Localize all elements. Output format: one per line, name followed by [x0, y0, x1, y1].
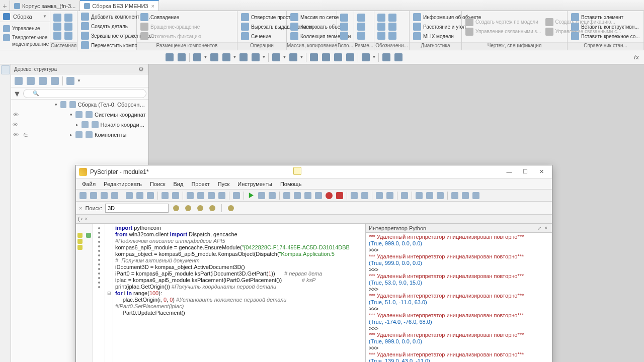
dim-icon[interactable]: [357, 32, 365, 40]
run-button[interactable]: [246, 191, 256, 201]
paste-button[interactable]: [145, 191, 155, 201]
menu-Поиск[interactable]: Поиск: [147, 180, 168, 188]
copy-button[interactable]: [135, 191, 145, 201]
step-button[interactable]: [303, 191, 313, 201]
breakpoint-gutter[interactable]: [93, 224, 105, 362]
aux-icon[interactable]: [340, 32, 348, 40]
find-button[interactable]: [196, 191, 206, 201]
aux-icon[interactable]: [340, 14, 348, 22]
pin-icon[interactable]: ⤢: [536, 225, 543, 231]
redo-button[interactable]: [171, 191, 181, 201]
close-icon[interactable]: ×: [543, 225, 549, 231]
tb-button[interactable]: [209, 52, 220, 63]
debug-button[interactable]: [257, 191, 267, 201]
comment-button[interactable]: [399, 191, 410, 201]
doc-tab-1[interactable]: Сборка БЕЗ ИМЕНИ3 ×: [80, 0, 159, 11]
code-editor[interactable]: import pythoncomfrom win32com.client imp…: [113, 224, 365, 362]
tree-tool[interactable]: [49, 75, 60, 86]
find-button[interactable]: [185, 191, 195, 201]
sys-icon[interactable]: [64, 14, 72, 22]
open-icon[interactable]: [53, 23, 61, 31]
close-tab-icon[interactable]: ×: [85, 216, 88, 222]
open-file-button[interactable]: [89, 191, 99, 201]
menu-Редактировать[interactable]: Редактировать: [101, 180, 145, 188]
tb-button[interactable]: [345, 52, 356, 63]
step-button[interactable]: [267, 191, 277, 201]
new-icon[interactable]: [53, 14, 61, 22]
layout-button[interactable]: [471, 191, 481, 201]
tree-tool[interactable]: [37, 75, 48, 86]
coincidence-button[interactable]: Совпадение: [139, 13, 203, 22]
layout-button[interactable]: [460, 191, 470, 201]
manage-linked-button[interactable]: Управление связанными з...: [464, 27, 543, 36]
close-button[interactable]: ✕: [534, 167, 549, 177]
find-prev-button[interactable]: [184, 204, 193, 213]
close-search-icon[interactable]: ×: [79, 205, 82, 211]
tb-button[interactable]: [333, 52, 344, 63]
highlight-button[interactable]: [196, 204, 205, 213]
tb-button[interactable]: [176, 52, 187, 63]
find-button[interactable]: [217, 191, 227, 201]
save-file-button[interactable]: [99, 191, 109, 201]
step-button[interactable]: [282, 191, 292, 201]
dedent-button[interactable]: [385, 191, 395, 201]
doc-tab-0[interactable]: Корпус замка_(fn-3...: [10, 0, 80, 11]
find-button[interactable]: [206, 191, 216, 201]
aux-icon[interactable]: [340, 23, 348, 31]
dim-icon[interactable]: [357, 14, 365, 22]
filter-icon[interactable]: ▼: [13, 89, 21, 98]
step-button[interactable]: [292, 191, 302, 201]
tb-button[interactable]: [320, 52, 332, 63]
filter-button[interactable]: [360, 52, 371, 63]
find-next-button[interactable]: [172, 204, 181, 213]
tree-tool[interactable]: [13, 75, 24, 86]
tree-tool[interactable]: [25, 75, 36, 86]
layout-button[interactable]: [450, 191, 460, 201]
minimize-button[interactable]: —: [502, 167, 517, 177]
anno-icon[interactable]: [388, 23, 396, 31]
anno-icon[interactable]: [377, 23, 385, 31]
menu-Проект[interactable]: Проект: [188, 180, 212, 188]
create-drawing-button[interactable]: Создать чертеж по модели: [464, 18, 543, 27]
para-button[interactable]: [435, 191, 445, 201]
step-button[interactable]: [313, 191, 324, 201]
nav-fwd-button[interactable]: [360, 191, 370, 201]
insert-fastener-button[interactable]: Вставить крепежное со...: [570, 32, 641, 41]
indent-button[interactable]: [374, 191, 384, 201]
save-icon[interactable]: [53, 32, 61, 40]
tb-button[interactable]: [164, 52, 175, 63]
find-opt-button[interactable]: [226, 204, 235, 213]
sys-icon[interactable]: [64, 32, 72, 40]
anno-icon[interactable]: [388, 14, 396, 22]
abort-button[interactable]: [335, 191, 345, 201]
cut-button[interactable]: [124, 191, 134, 201]
insert-construct-button[interactable]: Вставить конструктивн...: [570, 22, 641, 31]
menu-Вид[interactable]: Вид: [171, 180, 187, 188]
unfix-button[interactable]: Отключить фиксацию: [139, 32, 203, 41]
anno-icon[interactable]: [377, 32, 385, 40]
tb-button[interactable]: [288, 52, 299, 63]
menu-Файл[interactable]: Файл: [79, 180, 99, 188]
stop-button[interactable]: [324, 191, 334, 201]
zoom-button[interactable]: [192, 52, 203, 63]
close-icon[interactable]: ×: [151, 3, 154, 9]
window-titlebar[interactable]: PyScripter - module1* — ☐ ✕: [76, 165, 552, 178]
tb-button[interactable]: [250, 52, 261, 63]
interpreter-output[interactable]: *** Удаленный интерпретатор инициализиро…: [366, 233, 552, 362]
menu-Пуск[interactable]: Пуск: [215, 180, 233, 188]
tb-button[interactable]: [238, 52, 249, 63]
new-tab-button[interactable]: +: [0, 0, 10, 11]
rotation-button[interactable]: Вращение-вращение: [139, 22, 203, 31]
new-file-button[interactable]: [78, 191, 88, 201]
tree-search-input[interactable]: [23, 89, 146, 98]
nav-back-button[interactable]: [349, 191, 359, 201]
menu-Помощь[interactable]: Помощь: [277, 180, 305, 188]
maximize-button[interactable]: ☐: [518, 167, 533, 177]
tree-tool[interactable]: [65, 75, 76, 86]
list-button[interactable]: [414, 191, 424, 201]
print-button[interactable]: [110, 191, 120, 201]
dim-icon[interactable]: [357, 23, 365, 31]
mode-button[interactable]: Сборка ▼: [0, 11, 50, 22]
find-opt-button[interactable]: [208, 204, 217, 213]
list-button[interactable]: [425, 191, 435, 201]
